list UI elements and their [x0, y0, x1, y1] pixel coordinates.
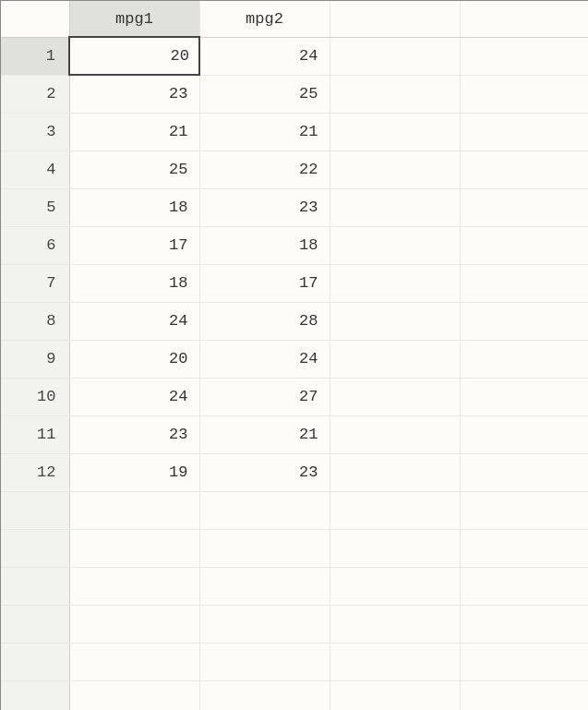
data-cell[interactable]: 28 [199, 302, 330, 340]
data-cell-empty[interactable] [199, 605, 330, 643]
rownum-cell[interactable]: 9 [1, 340, 69, 378]
data-cell[interactable]: 20 [69, 340, 199, 378]
rownum-cell[interactable]: 12 [1, 453, 69, 491]
table-row-empty [1, 529, 588, 567]
data-cell[interactable] [330, 226, 460, 264]
rownum-cell-empty[interactable] [1, 529, 69, 567]
data-cell[interactable] [330, 378, 460, 415]
data-cell-empty[interactable] [330, 491, 460, 529]
data-cell[interactable] [460, 75, 588, 113]
data-cell-empty[interactable] [460, 605, 588, 643]
data-cell[interactable]: 23 [199, 453, 330, 491]
data-cell-empty[interactable] [460, 529, 588, 567]
data-cell-empty[interactable] [69, 567, 199, 605]
data-cell[interactable]: 25 [199, 75, 330, 113]
column-header-mpg2[interactable]: mpg2 [199, 1, 330, 37]
data-cell-empty[interactable] [330, 643, 460, 680]
data-cell[interactable] [460, 378, 588, 415]
data-cell[interactable] [330, 150, 460, 188]
data-grid[interactable]: mpg1mpg2 1202422325321214252251823617187… [0, 0, 588, 710]
rownum-cell[interactable]: 8 [1, 302, 69, 340]
column-header-empty[interactable] [330, 1, 460, 37]
rownum-cell[interactable]: 6 [1, 226, 69, 264]
data-cell[interactable]: 24 [199, 37, 330, 75]
data-cell-empty[interactable] [199, 491, 330, 529]
data-cell-empty[interactable] [199, 643, 330, 680]
data-cell[interactable]: 23 [69, 75, 199, 113]
data-cell-empty[interactable] [69, 605, 199, 643]
data-cell-empty[interactable] [69, 529, 199, 567]
column-header-empty[interactable] [460, 1, 588, 37]
rownum-cell[interactable]: 7 [1, 264, 69, 302]
data-cell[interactable]: 17 [199, 264, 330, 302]
data-cell[interactable] [330, 302, 460, 340]
data-cell[interactable] [330, 37, 460, 75]
data-cell-empty[interactable] [199, 567, 330, 605]
data-cell-empty[interactable] [199, 529, 330, 567]
data-cell[interactable]: 23 [69, 415, 199, 453]
data-cell[interactable]: 24 [199, 340, 330, 378]
data-cell[interactable] [460, 37, 588, 75]
data-cell[interactable] [330, 264, 460, 302]
data-cell[interactable] [460, 226, 588, 264]
data-cell-empty[interactable] [330, 680, 460, 710]
data-cell[interactable] [460, 150, 588, 188]
data-cell[interactable] [460, 264, 588, 302]
rownum-cell-empty[interactable] [1, 605, 69, 643]
rownum-cell[interactable]: 10 [1, 378, 69, 415]
data-cell[interactable] [460, 188, 588, 226]
data-cell[interactable] [460, 113, 588, 150]
rownum-cell[interactable]: 2 [1, 75, 69, 113]
data-cell[interactable]: 21 [199, 113, 330, 150]
data-cell-empty[interactable] [460, 567, 588, 605]
data-cell[interactable]: 25 [69, 150, 199, 188]
data-cell[interactable] [330, 75, 460, 113]
data-cell-empty[interactable] [69, 680, 199, 710]
data-cell-empty[interactable] [330, 529, 460, 567]
data-cell[interactable] [460, 340, 588, 378]
rownum-cell[interactable]: 3 [1, 113, 69, 150]
data-cell[interactable]: 21 [199, 415, 330, 453]
data-cell[interactable]: 20 [69, 37, 199, 75]
table-row-empty [1, 680, 588, 710]
data-cell[interactable]: 24 [69, 302, 199, 340]
data-cell[interactable]: 27 [199, 378, 330, 415]
table-row: 61718 [1, 226, 588, 264]
rownum-cell-empty[interactable] [1, 567, 69, 605]
data-cell-empty[interactable] [460, 680, 588, 710]
data-cell[interactable] [330, 453, 460, 491]
data-cell[interactable] [460, 453, 588, 491]
rownum-cell[interactable]: 11 [1, 415, 69, 453]
data-cell[interactable] [330, 188, 460, 226]
data-cell[interactable] [330, 415, 460, 453]
rownum-cell[interactable]: 1 [1, 37, 69, 75]
data-cell[interactable]: 18 [199, 226, 330, 264]
data-cell[interactable] [460, 302, 588, 340]
data-cell[interactable]: 23 [199, 188, 330, 226]
data-cell[interactable] [330, 340, 460, 378]
rownum-cell-empty[interactable] [1, 643, 69, 680]
data-cell-empty[interactable] [199, 680, 330, 710]
data-cell[interactable]: 24 [69, 378, 199, 415]
data-cell[interactable]: 22 [199, 150, 330, 188]
data-cell-empty[interactable] [69, 643, 199, 680]
column-header-mpg1[interactable]: mpg1 [69, 1, 199, 37]
data-cell-empty[interactable] [330, 605, 460, 643]
data-cell-empty[interactable] [460, 643, 588, 680]
data-cell-empty[interactable] [69, 491, 199, 529]
rownum-cell[interactable]: 5 [1, 188, 69, 226]
data-cell[interactable]: 18 [69, 264, 199, 302]
rownum-cell-empty[interactable] [1, 491, 69, 529]
data-cell[interactable] [330, 113, 460, 150]
rownum-cell[interactable]: 4 [1, 150, 69, 188]
data-cell[interactable]: 18 [69, 188, 199, 226]
data-cell[interactable]: 17 [69, 226, 199, 264]
data-cell[interactable] [460, 415, 588, 453]
rownum-cell-empty[interactable] [1, 680, 69, 710]
data-cell-empty[interactable] [460, 491, 588, 529]
data-cell-empty[interactable] [330, 567, 460, 605]
data-cell[interactable]: 19 [69, 453, 199, 491]
data-cell[interactable]: 21 [69, 113, 199, 150]
table-row: 51823 [1, 188, 588, 226]
rownum-header[interactable] [1, 1, 69, 37]
